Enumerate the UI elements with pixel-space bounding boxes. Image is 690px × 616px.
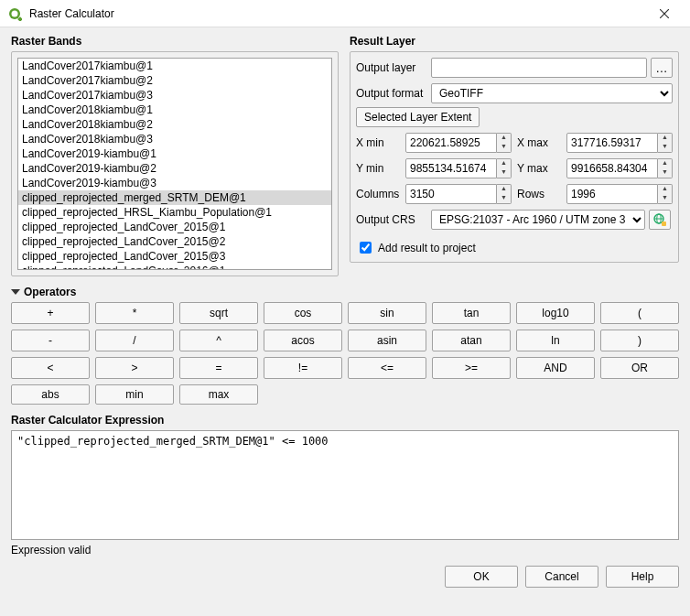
raster-band-item[interactable]: LandCover2017kiambu@1 bbox=[18, 59, 331, 73]
expression-textarea[interactable]: "clipped_reprojected_merged_SRTM_DEM@1" … bbox=[11, 430, 679, 540]
raster-band-item[interactable]: LandCover2018kiambu@2 bbox=[18, 117, 331, 132]
spin-down-icon[interactable]: ▼ bbox=[658, 168, 672, 178]
output-layer-input[interactable] bbox=[431, 58, 647, 78]
raster-bands-list[interactable]: LandCover2017kiambu@1LandCover2017kiambu… bbox=[17, 58, 332, 270]
output-layer-label: Output layer bbox=[356, 61, 427, 74]
output-format-select[interactable]: GeoTIFF bbox=[431, 83, 673, 103]
operators-title: Operators bbox=[24, 286, 76, 298]
operator-button[interactable]: < bbox=[11, 357, 90, 379]
raster-band-item[interactable]: LandCover2018kiambu@1 bbox=[18, 103, 331, 117]
spin-down-icon[interactable]: ▼ bbox=[497, 143, 511, 152]
xmin-label: X min bbox=[356, 136, 400, 149]
close-button[interactable] bbox=[646, 1, 683, 27]
operator-button[interactable]: = bbox=[179, 357, 258, 379]
operator-button[interactable]: max bbox=[179, 384, 258, 405]
operator-button[interactable]: ^ bbox=[179, 330, 258, 351]
operator-button[interactable]: - bbox=[11, 330, 90, 351]
operator-button[interactable]: atan bbox=[432, 330, 511, 351]
spin-up-icon[interactable]: ▲ bbox=[658, 185, 672, 194]
operator-button[interactable]: tan bbox=[432, 302, 511, 324]
columns-input[interactable]: ▲▼ bbox=[405, 184, 512, 204]
svg-point-1 bbox=[12, 10, 18, 16]
spin-up-icon[interactable]: ▲ bbox=[658, 159, 672, 168]
output-crs-label: Output CRS bbox=[356, 213, 427, 226]
operator-button[interactable]: cos bbox=[264, 302, 342, 324]
operator-button[interactable]: ( bbox=[600, 302, 679, 324]
chevron-down-icon bbox=[11, 289, 20, 295]
app-logo-icon bbox=[7, 6, 22, 21]
raster-bands-title: Raster Bands bbox=[11, 35, 339, 48]
operator-button[interactable]: sin bbox=[348, 302, 426, 324]
operator-button[interactable]: * bbox=[95, 302, 174, 324]
operator-button[interactable]: != bbox=[264, 357, 342, 379]
spin-up-icon[interactable]: ▲ bbox=[497, 134, 511, 143]
raster-band-item[interactable]: clipped_reprojected_LandCover_2016@1 bbox=[18, 264, 331, 270]
operator-button[interactable]: >= bbox=[432, 357, 511, 379]
output-crs-select[interactable]: EPSG:21037 - Arc 1960 / UTM zone 37 bbox=[431, 210, 645, 230]
raster-band-item[interactable]: LandCover2017kiambu@3 bbox=[18, 88, 331, 103]
operator-button[interactable]: OR bbox=[600, 357, 679, 379]
expression-title: Raster Calculator Expression bbox=[11, 414, 679, 427]
xmax-input[interactable]: ▲▼ bbox=[566, 133, 673, 153]
browse-button[interactable]: … bbox=[651, 58, 673, 78]
rows-label: Rows bbox=[517, 188, 561, 200]
operator-button[interactable]: / bbox=[95, 330, 174, 351]
cancel-button[interactable]: Cancel bbox=[525, 566, 598, 588]
raster-band-item[interactable]: clipped_reprojected_LandCover_2015@2 bbox=[18, 234, 331, 249]
window-title: Raster Calculator bbox=[29, 7, 646, 20]
raster-band-item[interactable]: LandCover2017kiambu@2 bbox=[18, 73, 331, 88]
operator-button[interactable]: min bbox=[95, 384, 174, 405]
operator-button[interactable]: sqrt bbox=[179, 302, 258, 324]
spin-up-icon[interactable]: ▲ bbox=[658, 134, 672, 143]
operator-button[interactable]: acos bbox=[264, 330, 342, 351]
raster-band-item[interactable]: clipped_reprojected_HRSL_Kiambu_Populati… bbox=[18, 205, 331, 220]
operator-button[interactable]: log10 bbox=[516, 302, 595, 324]
spin-down-icon[interactable]: ▼ bbox=[658, 194, 672, 203]
raster-band-item[interactable]: LandCover2018kiambu@3 bbox=[18, 132, 331, 146]
output-format-label: Output format bbox=[356, 87, 427, 100]
raster-band-item[interactable]: clipped_reprojected_merged_SRTM_DEM@1 bbox=[18, 190, 331, 205]
selected-layer-extent-button[interactable]: Selected Layer Extent bbox=[356, 107, 480, 127]
operator-button[interactable]: ) bbox=[600, 330, 679, 351]
rows-input[interactable]: ▲▼ bbox=[566, 184, 673, 204]
xmin-input[interactable]: ▲▼ bbox=[405, 133, 512, 153]
ymax-label: Y max bbox=[517, 162, 561, 175]
operator-button[interactable]: ln bbox=[516, 330, 595, 351]
spin-down-icon[interactable]: ▼ bbox=[497, 194, 511, 203]
help-button[interactable]: Help bbox=[606, 566, 679, 588]
spin-up-icon[interactable]: ▲ bbox=[497, 159, 511, 168]
operator-button[interactable]: + bbox=[11, 302, 90, 324]
svg-rect-8 bbox=[662, 222, 666, 226]
operator-button[interactable]: asin bbox=[348, 330, 426, 351]
operator-button[interactable]: abs bbox=[11, 384, 90, 405]
ymin-input[interactable]: ▲▼ bbox=[405, 158, 512, 178]
add-result-checkbox[interactable] bbox=[360, 242, 372, 254]
spin-down-icon[interactable]: ▼ bbox=[658, 143, 672, 152]
operator-button[interactable]: > bbox=[95, 357, 174, 379]
xmax-label: X max bbox=[517, 136, 561, 149]
raster-band-item[interactable]: LandCover2019-kiambu@2 bbox=[18, 161, 331, 176]
columns-label: Columns bbox=[356, 188, 400, 200]
crs-picker-button[interactable] bbox=[649, 210, 671, 230]
spin-up-icon[interactable]: ▲ bbox=[497, 185, 511, 194]
ymax-input[interactable]: ▲▼ bbox=[566, 158, 673, 178]
spin-down-icon[interactable]: ▼ bbox=[497, 168, 511, 178]
ok-button[interactable]: OK bbox=[445, 566, 518, 588]
expression-status: Expression valid bbox=[11, 544, 679, 557]
operator-button[interactable]: <= bbox=[348, 357, 426, 379]
operator-button[interactable]: AND bbox=[516, 357, 595, 379]
raster-band-item[interactable]: clipped_reprojected_LandCover_2015@1 bbox=[18, 220, 331, 234]
ymin-label: Y min bbox=[356, 162, 400, 175]
raster-band-item[interactable]: clipped_reprojected_LandCover_2015@3 bbox=[18, 249, 331, 264]
raster-band-item[interactable]: LandCover2019-kiambu@3 bbox=[18, 176, 331, 190]
result-layer-title: Result Layer bbox=[350, 35, 679, 48]
raster-band-item[interactable]: LandCover2019-kiambu@1 bbox=[18, 146, 331, 161]
add-result-label: Add result to project bbox=[378, 242, 476, 254]
operators-toggle[interactable]: Operators bbox=[11, 286, 679, 298]
